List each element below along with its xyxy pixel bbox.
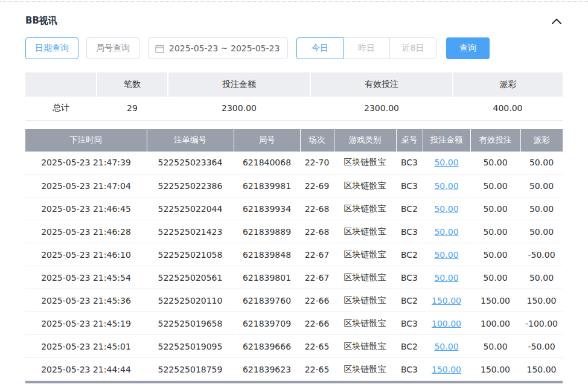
cell-order-no: 522525020561 <box>147 266 234 289</box>
summary-total-label: 总计 <box>25 97 97 120</box>
summary-header-payout: 派彩 <box>453 72 563 97</box>
cell-table-no: BC3 <box>396 312 423 335</box>
bet-amount-link[interactable]: 150.00 <box>432 365 461 374</box>
collapse-button[interactable] <box>551 17 563 25</box>
table-row: 2025-05-23 21:47:39 522525023364 6218400… <box>25 152 563 174</box>
cell-valid-bet: 150.00 <box>470 358 520 381</box>
cell-session: 22-67 <box>300 266 334 289</box>
bet-amount-link[interactable]: 100.00 <box>432 319 461 328</box>
cell-valid-bet: 50.00 <box>470 197 520 220</box>
col-header-payout: 派彩 <box>520 129 563 152</box>
cell-session: 22-70 <box>300 152 334 174</box>
bet-amount-link[interactable]: 50.00 <box>434 227 458 237</box>
cell-payout: 150.00 <box>520 358 563 381</box>
summary-header-row: 笔数 投注金额 有效投注 派彩 <box>25 72 563 97</box>
col-header-bet-amount: 投注金额 <box>423 129 470 152</box>
cell-round-no: 621839848 <box>234 243 300 266</box>
today-button[interactable]: 今日 <box>296 37 344 59</box>
cell-bet-amount: 50.00 <box>423 152 470 174</box>
cell-payout: 50.00 <box>520 197 563 220</box>
cell-bet-amount: 50.00 <box>423 243 470 266</box>
cell-payout: 50.00 <box>520 152 563 174</box>
col-header-table-no: 桌号 <box>396 129 423 152</box>
cell-payout: 50.00 <box>520 220 563 243</box>
cell-bet-time: 2025-05-23 21:45:36 <box>25 289 147 312</box>
table-row: 2025-05-23 21:46:28 522525021423 6218398… <box>25 220 563 243</box>
cell-round-no: 621839709 <box>234 312 300 335</box>
cell-session: 22-66 <box>300 289 334 312</box>
date-query-button[interactable]: 日期查询 <box>25 37 78 59</box>
bet-amount-link[interactable]: 50.00 <box>434 204 458 214</box>
cell-valid-bet: 100.00 <box>470 312 520 335</box>
cell-order-no: 522525022386 <box>147 174 234 197</box>
cell-bet-time: 2025-05-23 21:45:19 <box>25 312 147 335</box>
table-row: 2025-05-23 21:46:10 522525021058 6218398… <box>25 243 563 266</box>
cell-game-type: 区块链骰宝 <box>334 358 396 381</box>
cell-table-no: BC3 <box>396 358 423 381</box>
bet-table: 下注时间 注单编号 局号 场次 游戏类别 桌号 投注金额 有效投注 派彩 202… <box>25 129 563 382</box>
top-divider <box>0 1 588 2</box>
cell-game-type: 区块链骰宝 <box>334 152 396 174</box>
cell-table-no: BC3 <box>396 174 423 197</box>
cell-bet-amount: 150.00 <box>423 358 470 381</box>
col-header-valid-bet: 有效投注 <box>470 129 520 152</box>
filter-bar: 日期查询 局号查询 2025-05-23 ~ 2025-05-23 今日 昨日 … <box>25 37 563 59</box>
cell-round-no: 621839981 <box>234 174 300 197</box>
table-row: 2025-05-23 21:45:19 522525019658 6218397… <box>25 312 563 335</box>
cell-table-no: BC3 <box>396 220 423 243</box>
summary-header-valid-bet: 有效投注 <box>310 72 453 97</box>
cell-bet-time: 2025-05-23 21:44:44 <box>25 358 147 381</box>
round-query-button[interactable]: 局号查询 <box>86 37 139 59</box>
bet-amount-link[interactable]: 150.00 <box>432 296 461 305</box>
table-row: 2025-05-23 21:45:54 522525020561 6218398… <box>25 266 563 289</box>
chevron-up-icon <box>552 17 561 26</box>
cell-round-no: 621839623 <box>234 358 300 381</box>
cell-bet-amount: 50.00 <box>423 335 470 358</box>
bet-amount-link[interactable]: 50.00 <box>434 273 458 283</box>
cell-round-no: 621840068 <box>234 152 300 174</box>
bet-amount-link[interactable]: 50.00 <box>434 181 458 191</box>
col-header-bet-time: 下注时间 <box>25 129 147 152</box>
panel-header: BB视讯 <box>25 15 563 27</box>
cell-bet-time: 2025-05-23 21:45:54 <box>25 266 147 289</box>
bet-amount-link[interactable]: 50.00 <box>434 158 458 167</box>
date-range-input[interactable]: 2025-05-23 ~ 2025-05-23 <box>148 37 288 59</box>
summary-count-value: 29 <box>97 97 168 120</box>
cell-session: 22-65 <box>300 335 334 358</box>
cell-order-no: 522525021423 <box>147 220 234 243</box>
calendar-icon <box>155 44 164 53</box>
cell-order-no: 522525022044 <box>147 197 234 220</box>
search-button[interactable]: 查询 <box>446 37 490 59</box>
cell-payout: 50.00 <box>520 266 563 289</box>
summary-header-count: 笔数 <box>97 72 168 97</box>
cell-session: 22-68 <box>300 197 334 220</box>
table-row: 2025-05-23 21:47:04 522525022386 6218399… <box>25 174 563 197</box>
cell-bet-time: 2025-05-23 21:46:28 <box>25 220 147 243</box>
cell-order-no: 522525018759 <box>147 358 234 381</box>
bet-table-body: 2025-05-23 21:47:39 522525023364 6218400… <box>25 152 563 381</box>
bet-amount-link[interactable]: 50.00 <box>434 342 458 351</box>
cell-bet-amount: 150.00 <box>423 289 470 312</box>
yesterday-button[interactable]: 昨日 <box>343 37 390 59</box>
cell-bet-amount: 50.00 <box>423 197 470 220</box>
cell-valid-bet: 150.00 <box>470 289 520 312</box>
cell-game-type: 区块链骰宝 <box>334 312 396 335</box>
last-8-days-button[interactable]: 近8日 <box>389 37 436 59</box>
summary-table: 笔数 投注金额 有效投注 派彩 总计 29 2300.00 2300.00 40… <box>25 72 563 121</box>
cell-payout: -50.00 <box>520 335 563 358</box>
cell-session: 22-65 <box>300 358 334 381</box>
cell-table-no: BC3 <box>396 266 423 289</box>
cell-session: 22-69 <box>300 174 334 197</box>
cell-round-no: 621839760 <box>234 289 300 312</box>
cell-payout: -100.00 <box>520 312 563 335</box>
col-header-order-no: 注单编号 <box>147 129 234 152</box>
col-header-game-type: 游戏类别 <box>334 129 396 152</box>
cell-bet-time: 2025-05-23 21:46:10 <box>25 243 147 266</box>
cell-valid-bet: 50.00 <box>470 266 520 289</box>
cell-valid-bet: 50.00 <box>470 174 520 197</box>
cell-table-no: BC2 <box>396 335 423 358</box>
cell-bet-amount: 100.00 <box>423 312 470 335</box>
quick-date-group: 今日 昨日 近8日 <box>296 37 436 59</box>
bet-amount-link[interactable]: 50.00 <box>434 250 458 260</box>
summary-header-empty <box>25 72 97 97</box>
